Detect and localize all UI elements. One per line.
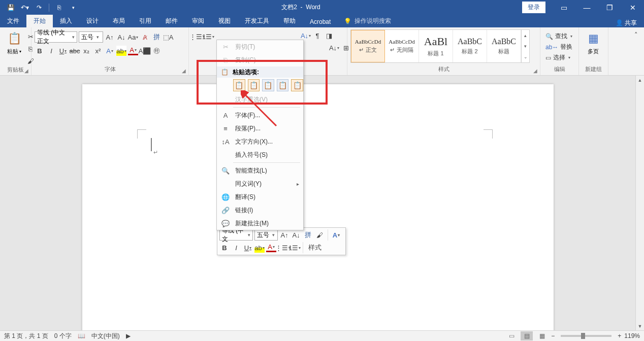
zoom-level[interactable]: 119%: [624, 332, 640, 339]
login-button[interactable]: 登录: [522, 2, 545, 13]
style-normal[interactable]: AaBbCcDd ↵ 正文: [351, 30, 385, 62]
vertical-scrollbar[interactable]: ▲ ▼: [635, 76, 644, 330]
ctx-textdir[interactable]: ↕A文字方向(X)...: [217, 135, 303, 148]
mini-grow-icon[interactable]: A↑: [279, 230, 289, 240]
char-shading-icon[interactable]: A⬛: [140, 46, 150, 56]
ctx-comment[interactable]: 💬新建批注(M): [217, 217, 303, 230]
strikethrough-button[interactable]: abc: [70, 46, 80, 56]
paste-button[interactable]: 📋 粘贴 ▾: [3, 29, 25, 56]
status-proofing-icon[interactable]: 📖: [78, 332, 85, 339]
mini-highlight-icon[interactable]: ab: [254, 243, 265, 253]
replace-button[interactable]: ab↔替换: [544, 42, 573, 52]
mini-numbering-icon[interactable]: 1☰: [289, 243, 300, 253]
tab-file[interactable]: 文件: [0, 15, 26, 27]
ctx-paragraph[interactable]: ≡段落(P)...: [217, 122, 303, 135]
zoom-in-icon[interactable]: +: [618, 332, 621, 339]
shading-icon[interactable]: ◨: [324, 30, 334, 41]
italic-button[interactable]: I: [46, 46, 56, 56]
tab-view[interactable]: 视图: [211, 15, 238, 27]
tab-mailings[interactable]: 邮件: [158, 15, 185, 27]
clear-format-icon[interactable]: A̷: [140, 32, 150, 42]
mini-bold[interactable]: B: [219, 243, 230, 253]
mini-styles-button[interactable]: 样式: [306, 243, 324, 253]
zoom-out-icon[interactable]: −: [551, 332, 555, 339]
grow-font-icon[interactable]: A↑: [105, 32, 115, 42]
undo-icon[interactable]: ↶▾: [18, 2, 31, 14]
share-button[interactable]: 👤 共享: [616, 19, 637, 27]
mini-format-painter-icon[interactable]: 🖌: [314, 230, 325, 240]
status-page[interactable]: 第 1 页，共 1 页: [4, 332, 48, 340]
style-heading2[interactable]: AaBbC 标题 2: [453, 30, 487, 62]
view-read-icon[interactable]: ▭: [505, 331, 518, 340]
tell-me-search[interactable]: 💡 操作说明搜索: [338, 15, 397, 27]
tab-layout[interactable]: 布局: [106, 15, 132, 27]
enclose-char-icon[interactable]: ㊕: [151, 46, 162, 56]
status-macro-icon[interactable]: ▶: [126, 332, 131, 339]
mini-bullets-icon[interactable]: ⋮☰: [278, 243, 288, 253]
paste-keep-source-icon[interactable]: 📋: [233, 79, 245, 91]
ctx-symbol[interactable]: 插入符号(S): [217, 148, 303, 161]
ctx-font[interactable]: A字体(F)...: [217, 109, 303, 122]
minimize-icon[interactable]: —: [575, 0, 598, 15]
page[interactable]: [82, 84, 554, 330]
sort-icon[interactable]: A↓: [301, 30, 311, 41]
mini-shrink-icon[interactable]: A↓: [291, 230, 301, 240]
mini-fontcolor-icon[interactable]: A: [266, 244, 276, 252]
view-print-icon[interactable]: ▤: [521, 331, 533, 340]
scroll-down-icon[interactable]: ▼: [636, 322, 644, 330]
clipboard-dialog-icon[interactable]: ◢: [23, 67, 30, 74]
shrink-font-icon[interactable]: A↓: [116, 32, 126, 42]
redo-icon[interactable]: ↷: [33, 2, 46, 14]
style-title[interactable]: AaBbC 标题: [487, 30, 521, 62]
qat-more-icon[interactable]: ▾: [67, 2, 80, 14]
paste-keep-text-icon[interactable]: 📋: [277, 79, 289, 91]
tab-review[interactable]: 审阅: [185, 15, 211, 27]
style-heading1[interactable]: AaBl 标题 1: [419, 30, 453, 62]
ctx-translate[interactable]: 🌐翻译(S): [217, 190, 303, 203]
font-dialog-icon[interactable]: ◢: [180, 67, 187, 74]
view-web-icon[interactable]: ▦: [536, 331, 548, 340]
sort2-icon[interactable]: A↓: [329, 43, 339, 53]
numbering-icon[interactable]: 1☰: [203, 31, 213, 42]
change-case-icon[interactable]: Aa: [128, 32, 138, 42]
superscript-button[interactable]: x²: [93, 46, 103, 56]
tab-help[interactable]: 帮助: [276, 15, 303, 27]
tab-acrobat[interactable]: Acrobat: [303, 16, 338, 27]
underline-button[interactable]: U: [58, 46, 68, 56]
save-icon[interactable]: 💾: [4, 2, 17, 14]
status-words[interactable]: 0 个字: [54, 332, 72, 340]
font-size-combo[interactable]: 五号▾: [79, 31, 103, 43]
styles-more[interactable]: ▴▾⌄: [521, 30, 529, 62]
bold-button[interactable]: B: [35, 46, 45, 56]
paste-merge-icon[interactable]: 📋: [248, 79, 260, 91]
highlight-icon[interactable]: ab: [116, 46, 126, 56]
tab-developer[interactable]: 开发工具: [238, 15, 276, 27]
ctx-link[interactable]: 🔗链接(I): [217, 203, 303, 217]
tab-insert[interactable]: 插入: [53, 15, 79, 27]
border-icon[interactable]: ⊞: [341, 43, 351, 53]
bullets-icon[interactable]: ⋮☰: [192, 31, 202, 42]
mini-size-combo[interactable]: 五号▾: [254, 229, 278, 241]
style-nospacing[interactable]: AaBbCcDd ↵ 无间隔: [385, 30, 419, 62]
paste-text-only-icon[interactable]: 📋: [291, 79, 303, 91]
tab-references[interactable]: 引用: [132, 15, 158, 27]
tab-home[interactable]: 开始: [26, 15, 53, 27]
mini-font-combo[interactable]: 等线 (中文▾: [219, 229, 253, 241]
phonetic-guide-icon[interactable]: 拼: [151, 32, 162, 42]
show-marks-icon[interactable]: ¶: [312, 30, 323, 41]
paste-picture-icon[interactable]: 📋: [262, 79, 274, 91]
maximize-icon[interactable]: ❐: [598, 0, 621, 15]
mini-underline[interactable]: U: [243, 243, 253, 253]
find-button[interactable]: 🔍查找▾: [544, 31, 573, 41]
ctx-synonym[interactable]: 同义词(Y)▸: [217, 177, 303, 190]
ctx-smartfind[interactable]: 🔍智能查找(L): [217, 164, 303, 177]
mini-italic[interactable]: I: [231, 243, 241, 253]
select-button[interactable]: ▭选择▾: [544, 53, 573, 62]
scroll-up-icon[interactable]: ▲: [636, 76, 644, 84]
subscript-button[interactable]: x₂: [81, 46, 91, 56]
status-language[interactable]: 中文(中国): [91, 332, 120, 340]
styles-dialog-icon[interactable]: ◢: [532, 67, 539, 74]
mini-phonetic-icon[interactable]: 拼: [303, 230, 313, 240]
font-name-combo[interactable]: 等线 (中文正文▾: [35, 31, 77, 43]
ribbon-display-icon[interactable]: ▭: [553, 0, 575, 15]
